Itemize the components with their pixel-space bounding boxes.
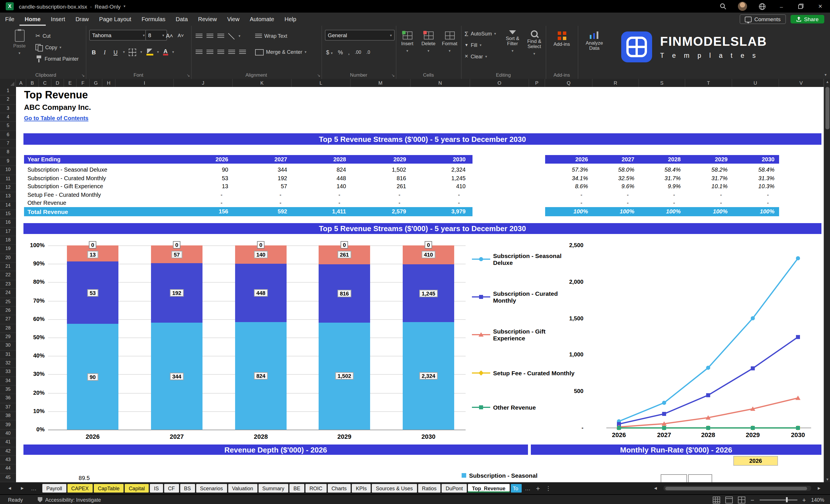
more-sheets-icon[interactable]: … [522, 485, 533, 492]
wrap-text-button[interactable]: Wrap Text [255, 31, 287, 41]
col-header-i[interactable]: I [116, 79, 174, 87]
account-avatar[interactable] [733, 0, 752, 12]
sheet-tab-dupont[interactable]: DuPont [442, 484, 467, 493]
fill-button[interactable]: ▼ Fill ▾ [465, 41, 481, 50]
decrease-indent-icon[interactable] [228, 50, 235, 55]
row-header-2[interactable]: 2 [0, 96, 16, 105]
underline-caret-icon[interactable]: ▾ [123, 50, 125, 54]
sheet-tab-charts[interactable]: Charts [327, 484, 351, 493]
menu-tab-file[interactable]: File [0, 12, 20, 26]
row-header-35[interactable]: 35 [0, 385, 16, 395]
ribbon-collapse-icon[interactable]: ▾ [825, 73, 827, 77]
row-header-9[interactable]: 9 [0, 157, 16, 166]
sheet-tab-summary[interactable]: Summary [258, 484, 288, 493]
row-header-24[interactable]: 24 [0, 289, 16, 298]
readonly-caret-icon[interactable]: ▾ [124, 4, 126, 8]
row-header-37[interactable]: 37 [0, 403, 16, 412]
col-header-v[interactable]: V [779, 79, 824, 87]
cut-button[interactable]: ✂ Cut [35, 31, 51, 41]
row-header-36[interactable]: 36 [0, 395, 16, 403]
scroll-down-icon[interactable]: ▼ [824, 478, 830, 481]
row-header-11[interactable]: 11 [0, 175, 16, 184]
tab-scroll-left-icon[interactable]: ◄ [3, 486, 16, 491]
row-header-14[interactable]: 14 [0, 201, 16, 210]
sheet-tab-be[interactable]: BE [289, 484, 304, 493]
menu-tab-insert[interactable]: Insert [46, 12, 70, 26]
menu-tab-automate[interactable]: Automate [245, 12, 280, 26]
zoom-level[interactable]: 140% [811, 497, 824, 503]
row-header-33[interactable]: 33 [0, 368, 16, 377]
close-button[interactable]: × [810, 0, 830, 12]
hscroll-left-icon[interactable]: ◄ [649, 486, 662, 491]
menu-tab-data[interactable]: Data [170, 12, 193, 26]
merge-center-button[interactable]: Merge & Center ▾ [255, 48, 307, 57]
format-cells-button[interactable]: Format ▾ [440, 31, 459, 53]
row-header-28[interactable]: 28 [0, 324, 16, 333]
row-header-17[interactable]: 17 [0, 227, 16, 236]
normal-view-icon[interactable] [713, 496, 720, 503]
sheet-tab-roic[interactable]: ROIC [306, 484, 326, 493]
row-header-30[interactable]: 30 [0, 342, 16, 351]
clipboard-dialog-launcher-icon[interactable]: ↘ [81, 73, 85, 78]
increase-decimal-icon[interactable]: .00 [355, 50, 361, 55]
percent-format-icon[interactable]: % [338, 49, 343, 55]
borders-caret-icon[interactable]: ▾ [140, 50, 142, 54]
col-header-l[interactable]: L [292, 79, 351, 87]
row-header-10[interactable]: 10 [0, 166, 16, 175]
font-color-caret-icon[interactable]: ▾ [172, 50, 174, 54]
align-center-icon[interactable] [206, 50, 213, 55]
row-header-32[interactable]: 32 [0, 359, 16, 368]
row-header-27[interactable]: 27 [0, 315, 16, 324]
col-header-p[interactable]: P [529, 79, 545, 87]
zoom-slider[interactable] [759, 499, 797, 500]
alignment-dialog-launcher-icon[interactable]: ↘ [317, 73, 320, 78]
fill-color-caret-icon[interactable]: ▾ [157, 50, 159, 54]
tab-list-icon[interactable]: … [29, 485, 39, 492]
row-header-12[interactable]: 12 [0, 184, 16, 192]
sheet-tab-cf[interactable]: CF [164, 484, 179, 493]
menu-tab-formulas[interactable]: Formulas [136, 12, 170, 26]
number-format-select[interactable]: General ▾ [325, 30, 395, 41]
accessibility-status[interactable]: Accessibility: Investigate [38, 497, 101, 503]
align-top-icon[interactable] [196, 33, 202, 39]
tab-options-icon[interactable]: ⋮ [543, 485, 553, 492]
zoom-slider-thumb[interactable] [786, 497, 787, 502]
row-header-3[interactable]: 3 [0, 104, 16, 113]
row-header-44[interactable]: 44 [0, 465, 16, 474]
sheet-tab-ratios[interactable]: Ratios [418, 484, 441, 493]
row-header-40[interactable]: 40 [0, 430, 16, 439]
col-header-b[interactable]: B [26, 79, 39, 87]
font-name-select[interactable]: Tahoma ▾ [89, 30, 148, 41]
col-header-r[interactable]: R [593, 79, 639, 87]
shrink-font-button[interactable]: A˅ [177, 31, 184, 40]
align-middle-icon[interactable] [206, 33, 213, 39]
row-header-7[interactable]: 7 [0, 139, 16, 149]
sheet-tab-captable[interactable]: CapTable [94, 484, 124, 493]
horizontal-scrollbar[interactable]: ◄ ► [649, 486, 825, 491]
sheet-canvas[interactable] [16, 87, 824, 482]
bold-button[interactable]: B [90, 49, 97, 55]
col-header-t[interactable]: T [685, 79, 732, 87]
row-header-34[interactable]: 34 [0, 377, 16, 385]
row-header-15[interactable]: 15 [0, 210, 16, 219]
search-icon[interactable] [713, 0, 733, 12]
menu-tab-page-layout[interactable]: Page Layout [94, 12, 136, 26]
row-header-38[interactable]: 38 [0, 412, 16, 421]
increase-indent-icon[interactable] [239, 50, 246, 55]
row-header-29[interactable]: 29 [0, 333, 16, 342]
horizontal-scroll-thumb[interactable] [665, 486, 807, 490]
menu-tab-view[interactable]: View [222, 12, 245, 26]
col-header-h[interactable]: H [102, 79, 116, 87]
page-layout-view-icon[interactable] [725, 496, 733, 503]
col-header-u[interactable]: U [732, 79, 779, 87]
row-header-23[interactable]: 23 [0, 280, 16, 289]
new-sheet-icon[interactable]: + [533, 484, 543, 492]
comma-format-icon[interactable]: , [348, 49, 350, 55]
menu-tab-home[interactable]: Home [20, 12, 46, 26]
row-header-25[interactable]: 25 [0, 298, 16, 307]
row-header-16[interactable]: 16 [0, 219, 16, 228]
row-header-45[interactable]: 45 [0, 473, 16, 482]
delete-cells-button[interactable]: Delete ▾ [419, 31, 438, 53]
row-header-19[interactable]: 19 [0, 245, 16, 254]
insert-cells-button[interactable]: Insert ▾ [397, 31, 417, 53]
